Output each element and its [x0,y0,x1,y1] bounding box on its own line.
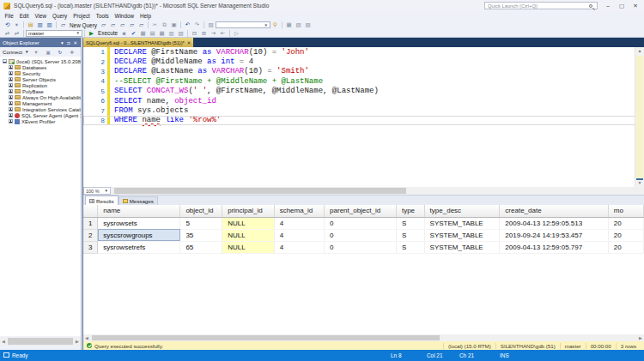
paste-icon[interactable]: ▣ [170,21,178,29]
cancel-exec-icon[interactable]: ■ [120,29,128,37]
editor-zoom-control[interactable]: 100 %▼ [83,187,111,195]
menu-view[interactable]: View [32,13,50,19]
code-line-6[interactable]: 6SELECT name, object_id [83,96,644,105]
editor-vscrollbar[interactable]: ▲ ▼ [635,47,644,187]
results-tab-messages[interactable]: Messages [118,196,158,205]
expander-icon[interactable] [9,107,13,111]
column-header-principal_id[interactable]: principal_id [222,205,274,217]
uncomment-icon[interactable]: ⊞ [200,29,208,37]
doc-icon-1[interactable]: ▱ [118,21,126,29]
oe-stop-icon[interactable]: ▣ [45,48,52,56]
results-file-icon[interactable]: ▧ [177,29,185,37]
expander-icon[interactable] [9,119,13,123]
connection-icon[interactable]: ⇄ [3,29,11,37]
object-explorer-hscrollbar[interactable]: ◀▶ [0,337,81,346]
execute-icon[interactable]: ▶ [88,29,95,37]
cut-icon[interactable]: ✂ [151,21,159,29]
results-hscrollbar[interactable]: ◀▶ [83,334,644,341]
column-header-rownum[interactable] [83,205,98,217]
doc-icon-3[interactable]: ▱ [137,21,145,29]
tree-item-integration-services-catalogs[interactable]: Integration Services Catalogs [0,106,81,112]
find-combo[interactable]: ▼ [216,21,270,28]
save-all-icon[interactable]: ▥ [46,21,53,29]
tree-item-polybase[interactable]: PolyBase [0,88,81,94]
grid-cell[interactable]: SYSTEM_TABLE [424,241,500,253]
indent-icon[interactable]: ⇥ [210,29,217,37]
grid-cell[interactable]: sysrowsets [98,217,180,229]
tree-item-server-objects[interactable]: Server Objects [0,76,81,82]
grid-cell[interactable]: 20 [608,241,643,253]
expander-icon[interactable] [9,71,13,75]
column-header-type_desc[interactable]: type_desc [424,205,500,217]
close-button[interactable]: ✕ [629,1,642,10]
grid-cell[interactable]: 0 [325,241,397,253]
menu-window[interactable]: Window [112,13,137,19]
column-header-schema_id[interactable]: schema_id [274,205,324,217]
analyze-icon[interactable]: ▦ [139,29,147,37]
scroll-up-icon[interactable]: ▲ [635,47,644,55]
grid-cell[interactable]: 4 [274,229,324,241]
grid-cell[interactable]: 3 [83,241,98,253]
find-icon[interactable]: ▨ [207,21,215,29]
tree-item-sql-server-agent-agent-xps-di[interactable]: SQL Server Agent (Agent XPs di [0,112,81,118]
connect-button[interactable]: Connect [3,49,22,55]
tool-icon-c[interactable]: ▧ [295,21,302,29]
tree-root-server[interactable]: (local) (SQL Server 15.0.2080.9 - SILENT… [0,58,81,64]
oe-refresh-icon[interactable]: ↻ [57,48,64,56]
oe-filter-icon[interactable]: ▼ [33,48,40,56]
grid-cell[interactable]: 2009-04-13 12:59:05.797 [500,241,608,253]
change-connection-icon[interactable]: ⇄ [13,29,21,37]
grid-cell[interactable]: 1 [83,217,98,229]
maximize-button[interactable]: ▢ [615,1,629,10]
open-query-icon[interactable]: ▱ [109,21,117,29]
grid-cell[interactable]: 0 [325,229,397,241]
grid-cell[interactable]: NULL [222,217,274,229]
execute-button[interactable]: Execute [98,30,118,36]
tree-item-management[interactable]: Management [0,100,81,106]
grid-cell[interactable]: S [396,241,424,253]
sql-editor[interactable]: 1DECLARE @FirstName as VARCHAR(10) = 'Jo… [83,47,644,187]
expander-icon[interactable] [9,83,13,87]
code-line-5[interactable]: 5SELECT CONCAT_WS(' ', @FirstName, @Midd… [83,87,644,96]
results-grid-icon[interactable]: ▦ [158,29,166,37]
redo-icon[interactable]: ↷ [193,21,201,29]
grid-cell[interactable]: 35 [180,229,222,241]
comment-icon[interactable]: ⊟ [191,29,198,37]
code-line-4[interactable]: 4--SELECT @FirstName + @MiddleName + @La… [83,76,644,86]
column-header-type[interactable]: type [396,205,424,217]
minimize-button[interactable]: – [601,1,615,10]
grid-cell[interactable]: 5 [180,217,222,229]
grid-cell[interactable]: 65 [180,241,222,253]
expander-icon[interactable] [9,89,13,93]
grid-cell[interactable]: SYSTEM_TABLE [424,217,500,229]
grid-cell[interactable]: 20 [608,217,643,229]
database-combo[interactable]: master▼ [26,30,82,37]
tree-item-databases[interactable]: Databases [0,64,81,70]
grid-cell[interactable]: 20 [608,229,643,241]
tree-item-replication[interactable]: Replication [0,82,81,88]
code-line-7[interactable]: 7FROM sys.objects [83,105,644,115]
column-header-create_date[interactable]: create_date [500,205,608,217]
grid-cell[interactable]: 2 [83,229,98,241]
code-line-1[interactable]: 1DECLARE @FirstName as VARCHAR(10) = 'Jo… [83,47,644,57]
expander-icon[interactable] [9,95,13,99]
open-file-icon[interactable]: ▤ [27,21,34,29]
menu-query[interactable]: Query [50,13,70,19]
tool-icon-d[interactable]: ▨ [304,21,312,29]
new-db-query-icon[interactable]: ▱ [100,21,107,29]
code-line-8[interactable]: 8WHERE name like '%row%' [83,116,644,125]
column-header-name[interactable]: name [98,205,180,217]
expander-icon[interactable] [9,101,13,105]
code-line-3[interactable]: 3DECLARE @LastName as VARCHAR(10) = 'Smi… [83,67,644,76]
editor-hscrollbar[interactable] [112,187,644,195]
save-icon[interactable]: ▥ [36,21,44,29]
grid-cell[interactable]: syscsrowgroups [98,229,180,241]
menu-edit[interactable]: Edit [16,13,32,19]
quick-launch-input[interactable]: Quick Launch (Ctrl+Q) [484,2,598,9]
debug-icon[interactable]: ▷ [233,29,240,37]
connect-icon[interactable]: ⟲ [3,21,11,29]
grid-cell[interactable]: 2009-04-13 12:59:05.513 [500,217,608,229]
code-line-2[interactable]: 2DECLARE @MiddleName as int = 4 [83,57,644,66]
chevron-icon[interactable]: ▾ [13,21,21,29]
tree-item-xevent-profiler[interactable]: XEvent Profiler [0,118,81,124]
